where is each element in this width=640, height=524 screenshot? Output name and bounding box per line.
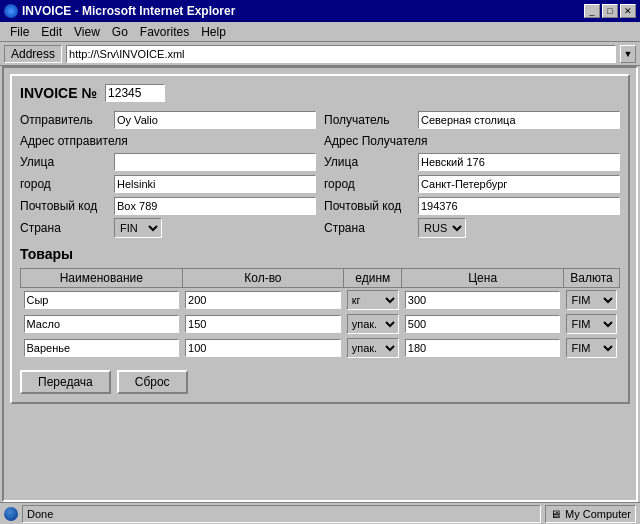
- row-1-name-input[interactable]: [24, 315, 180, 333]
- sender-input[interactable]: [114, 111, 316, 129]
- status-computer-text: My Computer: [565, 508, 631, 520]
- row-1-qty-input[interactable]: [185, 315, 341, 333]
- address-bar: Address ▼: [0, 42, 640, 66]
- goods-table: Наименование Кол-во единм Цена Валюта кг…: [20, 268, 620, 360]
- menu-favorites[interactable]: Favorites: [134, 24, 195, 40]
- receiver-country-select[interactable]: RUS FIN DE US: [418, 218, 466, 238]
- invoice-panel: INVOICE № Отправитель Получатель Адрес о…: [10, 74, 630, 404]
- receiver-postal-label: Почтовый код: [324, 199, 414, 213]
- table-row: кгупак.шт.FIMRURUSDEUR: [21, 336, 620, 360]
- receiver-country-row: Страна RUS FIN DE US: [324, 218, 620, 238]
- row-0-currency-select[interactable]: FIMRURUSDEUR: [566, 290, 616, 310]
- col-name-header: Наименование: [21, 269, 183, 288]
- window-title: INVOICE - Microsoft Internet Explorer: [22, 4, 235, 18]
- row-2-name-input[interactable]: [24, 339, 180, 357]
- computer-icon: 🖥: [550, 508, 561, 520]
- row-0-unit-select[interactable]: кгупак.шт.: [347, 290, 399, 310]
- sender-city-label: город: [20, 177, 110, 191]
- submit-button[interactable]: Передача: [20, 370, 111, 394]
- invoice-title: INVOICE №: [20, 85, 97, 101]
- col-currency-header: Валюта: [563, 269, 619, 288]
- sender-postal-label: Почтовый код: [20, 199, 110, 213]
- receiver-postal-input[interactable]: [418, 197, 620, 215]
- button-row: Передача Сброс: [20, 370, 620, 394]
- receiver-row: Получатель: [324, 110, 620, 130]
- receiver-address-label: Адрес Получателя: [324, 134, 428, 148]
- receiver-country-label: Страна: [324, 221, 414, 235]
- row-1-price-input[interactable]: [405, 315, 561, 333]
- main-content: INVOICE № Отправитель Получатель Адрес о…: [2, 66, 638, 502]
- sender-postal-input[interactable]: [114, 197, 316, 215]
- table-row: кгупак.шт.FIMRURUSDEUR: [21, 288, 620, 313]
- menu-go[interactable]: Go: [106, 24, 134, 40]
- receiver-street-row: Улица: [324, 152, 620, 172]
- reset-button[interactable]: Сброс: [117, 370, 188, 394]
- row-1-unit-select[interactable]: кгупак.шт.: [347, 314, 399, 334]
- col-qty-header: Кол-во: [182, 269, 344, 288]
- receiver-postal-row: Почтовый код: [324, 196, 620, 216]
- sender-country-label: Страна: [20, 221, 110, 235]
- row-0-name-input[interactable]: [24, 291, 180, 309]
- sender-row: Отправитель: [20, 110, 316, 130]
- row-2-qty-input[interactable]: [185, 339, 341, 357]
- sender-street-label: Улица: [20, 155, 110, 169]
- row-0-qty-input[interactable]: [185, 291, 341, 309]
- status-done-text: Done: [27, 508, 53, 520]
- status-globe-icon: [4, 507, 18, 521]
- receiver-street-label: Улица: [324, 155, 414, 169]
- table-row: кгупак.шт.FIMRURUSDEUR: [21, 312, 620, 336]
- close-button[interactable]: ✕: [620, 4, 636, 18]
- menu-view[interactable]: View: [68, 24, 106, 40]
- maximize-button[interactable]: □: [602, 4, 618, 18]
- receiver-city-input[interactable]: [418, 175, 620, 193]
- minimize-button[interactable]: _: [584, 4, 600, 18]
- receiver-input[interactable]: [418, 111, 620, 129]
- sender-address-label: Адрес отправителя: [20, 134, 128, 148]
- address-label: Address: [4, 45, 62, 63]
- row-1-currency-select[interactable]: FIMRURUSDEUR: [566, 314, 616, 334]
- title-bar: INVOICE - Microsoft Internet Explorer _ …: [0, 0, 640, 22]
- row-2-currency-select[interactable]: FIMRURUSDEUR: [566, 338, 616, 358]
- goods-section-header: Товары: [20, 246, 620, 262]
- menu-file[interactable]: File: [4, 24, 35, 40]
- receiver-label: Получатель: [324, 113, 414, 127]
- receiver-city-row: город: [324, 174, 620, 194]
- col-unit-header: единм: [344, 269, 402, 288]
- sender-street-row: Улица: [20, 152, 316, 172]
- menu-help[interactable]: Help: [195, 24, 232, 40]
- menu-edit[interactable]: Edit: [35, 24, 68, 40]
- ie-icon: [4, 4, 18, 18]
- receiver-city-label: город: [324, 177, 414, 191]
- invoice-title-row: INVOICE №: [20, 84, 620, 102]
- status-computer: 🖥 My Computer: [545, 505, 636, 523]
- col-price-header: Цена: [402, 269, 564, 288]
- sender-street-input[interactable]: [114, 153, 316, 171]
- sender-city-row: город: [20, 174, 316, 194]
- sender-country-row: Страна FIN RUS DE US: [20, 218, 316, 238]
- sender-postal-row: Почтовый код: [20, 196, 316, 216]
- menu-bar: File Edit View Go Favorites Help: [0, 22, 640, 42]
- status-bar: Done 🖥 My Computer: [0, 502, 640, 524]
- sender-city-input[interactable]: [114, 175, 316, 193]
- sender-address-header: Адрес отправителя: [20, 132, 316, 150]
- row-2-price-input[interactable]: [405, 339, 561, 357]
- status-done: Done: [22, 505, 541, 523]
- address-input[interactable]: [66, 45, 616, 63]
- row-0-price-input[interactable]: [405, 291, 561, 309]
- receiver-street-input[interactable]: [418, 153, 620, 171]
- address-dropdown-button[interactable]: ▼: [620, 45, 636, 63]
- sender-country-select[interactable]: FIN RUS DE US: [114, 218, 162, 238]
- invoice-number-input[interactable]: [105, 84, 165, 102]
- receiver-address-header: Адрес Получателя: [324, 132, 620, 150]
- sender-label: Отправитель: [20, 113, 110, 127]
- row-2-unit-select[interactable]: кгупак.шт.: [347, 338, 399, 358]
